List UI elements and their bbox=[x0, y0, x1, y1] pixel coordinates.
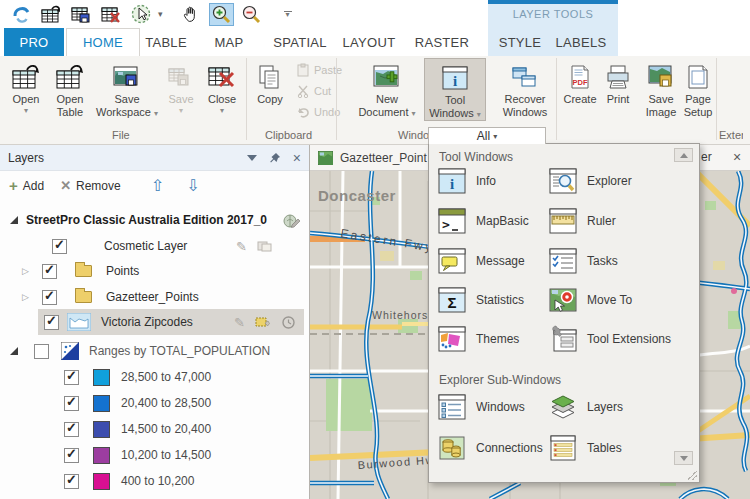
legend-swatch[interactable] bbox=[93, 369, 110, 386]
legend-checkbox[interactable] bbox=[64, 396, 79, 411]
menu-item-info[interactable]: i Info bbox=[437, 165, 547, 197]
save-image-button[interactable]: Save Image bbox=[640, 59, 682, 119]
tree-row-points[interactable]: Points bbox=[0, 258, 308, 284]
tab-spatial[interactable]: SPATIAL bbox=[262, 28, 338, 56]
legend-checkbox[interactable] bbox=[64, 422, 79, 437]
legend-swatch[interactable] bbox=[93, 447, 110, 464]
page-setup-button[interactable]: Page Setup bbox=[678, 59, 718, 119]
expander-collapsed-icon[interactable] bbox=[22, 267, 29, 276]
menu-item-tasks[interactable]: Tasks bbox=[548, 245, 658, 277]
expander-expanded-icon[interactable] bbox=[10, 216, 18, 224]
history-icon[interactable] bbox=[281, 315, 296, 330]
recover-windows-button[interactable]: Recover Windows bbox=[494, 59, 556, 119]
tab-raster[interactable]: RASTER bbox=[406, 28, 478, 56]
panel-menu-icon[interactable] bbox=[247, 155, 257, 161]
new-document-button[interactable]: New Document ▾ bbox=[356, 59, 418, 119]
menu-item-explorer[interactable]: Explorer bbox=[548, 165, 658, 197]
add-layer-button[interactable]: +Add bbox=[9, 179, 44, 193]
zoom-in-tool-icon[interactable] bbox=[209, 3, 234, 26]
print-button[interactable]: Print bbox=[600, 59, 636, 106]
save-workspace-button[interactable]: Save Workspace ▾ bbox=[94, 59, 160, 119]
menu-item-layers[interactable]: Layers bbox=[548, 391, 658, 423]
legend-row[interactable]: 400 to 10,200 bbox=[0, 468, 308, 494]
tool-extensions-icon bbox=[548, 324, 578, 354]
legend-row[interactable]: 28,500 to 47,000 bbox=[0, 364, 308, 390]
layers-panel-header[interactable]: Layers × bbox=[0, 145, 309, 171]
tab-home[interactable]: HOME bbox=[66, 28, 140, 56]
menu-item-statistics[interactable]: Σ Statistics bbox=[437, 284, 547, 316]
group-settings-icon[interactable] bbox=[283, 213, 300, 228]
remove-layer-button[interactable]: ✕Remove bbox=[60, 179, 121, 193]
open-table-icon[interactable] bbox=[38, 3, 63, 26]
legend-swatch[interactable] bbox=[93, 395, 110, 412]
close-button[interactable]: Close ▾ bbox=[202, 59, 242, 115]
tab-style[interactable]: STYLE bbox=[492, 28, 548, 56]
tree-row-victoria-selected[interactable]: Victoria Zipcodes bbox=[38, 309, 304, 335]
legend-swatch[interactable] bbox=[93, 473, 110, 490]
menu-scroll-up-button[interactable] bbox=[674, 148, 693, 162]
menu-item-move-to[interactable]: Move To bbox=[548, 284, 658, 316]
tab-table[interactable]: TABLE bbox=[134, 28, 198, 56]
panel-close-icon[interactable]: × bbox=[293, 152, 301, 164]
map-window-close-icon[interactable]: × bbox=[733, 149, 741, 165]
menu-item-connections[interactable]: Connections bbox=[437, 432, 547, 464]
tab-layout[interactable]: LAYOUT bbox=[333, 28, 405, 56]
move-layer-up-icon[interactable]: ⇧ bbox=[151, 179, 164, 193]
tree-row-streetpro[interactable]: StreetPro Classic Australia Edition 2017… bbox=[0, 207, 308, 233]
legend-row-partial[interactable] bbox=[0, 494, 308, 499]
expander-expanded-icon[interactable] bbox=[10, 347, 18, 355]
legend-row[interactable]: 10,200 to 14,500 bbox=[0, 442, 308, 468]
menu-item-themes[interactable]: Themes bbox=[437, 323, 547, 355]
gazetteer-checkbox[interactable] bbox=[42, 290, 57, 305]
menu-item-windows[interactable]: Windows bbox=[437, 391, 547, 423]
pan-tool-icon[interactable] bbox=[179, 3, 204, 26]
open-table-button[interactable]: Open Table bbox=[48, 59, 92, 119]
cosmetic-checkbox[interactable] bbox=[52, 239, 67, 254]
close-table-icon[interactable] bbox=[98, 3, 123, 26]
points-checkbox[interactable] bbox=[42, 264, 57, 279]
tree-row-gazetteer[interactable]: Gazetteer_Points bbox=[0, 284, 308, 310]
customize-qat-icon[interactable]: ▾ bbox=[284, 11, 292, 17]
select-tool-icon[interactable] bbox=[128, 3, 153, 26]
undo-button-disabled[interactable]: Undo bbox=[296, 105, 340, 119]
menu-item-message[interactable]: Message bbox=[437, 245, 547, 277]
save-table-icon[interactable] bbox=[68, 3, 93, 26]
legend-row[interactable]: 14,500 to 20,400 bbox=[0, 416, 308, 442]
menu-item-mapbasic[interactable]: > MapBasic bbox=[437, 205, 547, 237]
menu-item-ruler[interactable]: Ruler bbox=[548, 205, 658, 237]
legend-row[interactable]: 20,400 to 28,500 bbox=[0, 390, 308, 416]
create-pdf-button[interactable]: PDF Create bbox=[560, 59, 600, 106]
pin-icon[interactable] bbox=[269, 152, 281, 164]
edit-style-icon[interactable] bbox=[236, 239, 247, 254]
menu-item-tables[interactable]: Tables bbox=[548, 432, 658, 464]
ranges-checkbox[interactable] bbox=[34, 344, 49, 359]
all-caret: ▾ bbox=[493, 133, 497, 141]
modify-theme-icon[interactable] bbox=[255, 315, 272, 329]
copy-button[interactable]: Copy bbox=[250, 59, 290, 106]
open-button[interactable]: Open ▾ bbox=[6, 59, 46, 115]
legend-swatch[interactable] bbox=[93, 421, 110, 438]
move-layer-down-icon[interactable]: ⇩ bbox=[186, 179, 199, 193]
menu-item-all[interactable]: All▾ bbox=[428, 127, 546, 144]
legend-checkbox[interactable] bbox=[64, 474, 79, 489]
menu-item-tool-extensions[interactable]: Tool Extensions bbox=[548, 323, 698, 355]
cut-button-disabled[interactable]: Cut bbox=[296, 84, 331, 98]
move-to-icon bbox=[548, 285, 578, 315]
victoria-checkbox[interactable] bbox=[44, 315, 59, 330]
layer-options-icon[interactable] bbox=[257, 240, 272, 252]
menu-resize-grip[interactable] bbox=[687, 470, 697, 480]
save-button-disabled[interactable]: Save ▾ bbox=[162, 59, 200, 115]
legend-checkbox[interactable] bbox=[64, 448, 79, 463]
zoom-out-tool-icon[interactable] bbox=[239, 3, 264, 26]
edit-style-icon[interactable] bbox=[234, 315, 245, 330]
tree-row-cosmetic[interactable]: Cosmetic Layer bbox=[0, 233, 308, 259]
select-tool-dropdown-caret[interactable]: ▾ bbox=[158, 9, 163, 19]
menu-scroll-down-button[interactable] bbox=[674, 451, 693, 465]
tab-labels[interactable]: LABELS bbox=[550, 28, 612, 56]
tool-windows-button[interactable]: i Tool Windows ▾ bbox=[424, 58, 486, 121]
expander-collapsed-icon[interactable] bbox=[22, 293, 29, 302]
tab-pro[interactable]: PRO bbox=[4, 28, 64, 56]
legend-checkbox[interactable] bbox=[64, 370, 79, 385]
tab-map[interactable]: MAP bbox=[199, 28, 259, 56]
tree-row-ranges[interactable]: Ranges by TOTAL_POPULATION bbox=[0, 338, 308, 364]
